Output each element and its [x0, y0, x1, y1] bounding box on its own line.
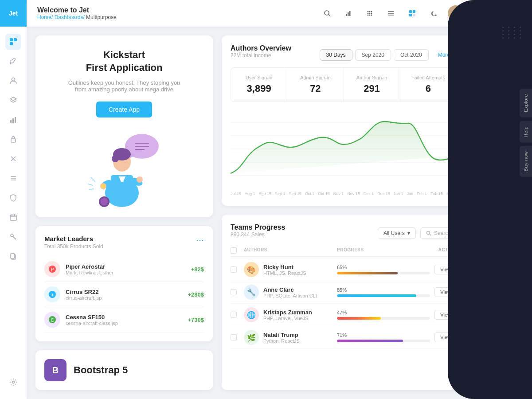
header: Welcome to Jet Home/ Dashboards/ Multipu…: [27, 0, 474, 27]
svg-rect-14: [10, 215, 16, 220]
market-value-0: +82$: [191, 266, 204, 273]
progress-label-3: 71%: [337, 332, 430, 338]
svg-rect-41: [413, 10, 415, 13]
chart-svg-area: Jul 15 Aug 1 Agu 15 Sep 1 Sep 15 Oct 1 O…: [231, 109, 457, 197]
team-name-1: Anne Clarc: [263, 286, 317, 293]
tab-sep2020[interactable]: Sep 2020: [355, 49, 391, 61]
analytics-icon-btn[interactable]: [341, 6, 356, 20]
svg-rect-27: [349, 11, 351, 16]
bootstrap-banner: B Bootstrap 5: [35, 350, 213, 390]
main-content: Welcome to Jet Home/ Dashboards/ Multipu…: [27, 0, 474, 399]
area-chart: [231, 109, 457, 189]
svg-rect-40: [409, 10, 412, 13]
team-check-2: [231, 312, 244, 318]
svg-point-22: [12, 381, 15, 383]
team-check-3: [231, 334, 244, 340]
team-tech-3: Python, ReactJS: [263, 338, 300, 344]
dark-panel: Explore Help Buy now: [474, 0, 532, 399]
svg-point-23: [325, 11, 329, 15]
kickstart-title: Kickstart First Application: [86, 49, 163, 74]
svg-point-29: [369, 11, 371, 12]
team-check-0: [231, 266, 244, 273]
buy-now-button[interactable]: Buy now: [520, 146, 532, 177]
apps-square-icon-btn[interactable]: [405, 6, 419, 20]
breadcrumb: Home/ Dashboards/ Multipurpose: [37, 14, 320, 20]
team-name-0: Ricky Hunt: [263, 264, 306, 270]
svg-point-64: [101, 198, 108, 205]
svg-point-32: [369, 13, 371, 14]
sidebar-item-user[interactable]: [5, 73, 21, 89]
sidebar-item-chart[interactable]: [5, 112, 21, 128]
sidebar-item-close[interactable]: [5, 151, 21, 167]
team-row-0: 🎨 Ricky Hunt HTML, JS, ReactJS 65% V: [231, 258, 457, 281]
sidebar-item-tool[interactable]: [5, 229, 21, 245]
market-more-icon[interactable]: ⋯: [196, 235, 204, 245]
create-app-button[interactable]: Create App: [96, 102, 152, 117]
market-leaders-subtitle: Total 350k Products Sold: [44, 243, 103, 250]
team-row-3: 🌿 Natali Trump Python, ReactJS 71% V: [231, 326, 457, 349]
team-checkbox-2[interactable]: [231, 312, 237, 318]
market-item-4: C Cessna SF150 cessna-aircraft-class.jsp…: [44, 307, 204, 332]
authors-header: Authors Overview 22M total income 30 Day…: [231, 44, 457, 66]
bootstrap-icon: B: [44, 359, 66, 381]
select-all-checkbox[interactable]: [231, 247, 237, 254]
svg-rect-21: [11, 254, 15, 258]
team-check-1: [231, 289, 244, 295]
tab-30days[interactable]: 30 Days: [320, 49, 352, 61]
team-info-1: Anne Clarc PHP, SQLite, Artisan CLI: [263, 286, 317, 298]
stat-label-0: User Sign-in: [236, 75, 282, 80]
th-authors: Authors: [244, 247, 337, 254]
th-progress: Progress: [337, 247, 430, 254]
team-avatar-0: 🎨: [244, 262, 259, 277]
search-icon-btn[interactable]: [320, 6, 334, 20]
stat-value-2: 291: [349, 83, 395, 94]
breadcrumb-dashboards[interactable]: Dashboards/: [55, 14, 85, 20]
team-checkbox-0[interactable]: [231, 266, 237, 273]
svg-rect-43: [413, 14, 415, 16]
team-avatar-3: 🌿: [244, 330, 259, 345]
team-info-0: Ricky Hunt HTML, JS, ReactJS: [263, 264, 306, 276]
left-column: Kickstart First Application Outlines kee…: [35, 35, 213, 390]
sidebar-logo[interactable]: Jet: [0, 0, 27, 27]
progress-label-2: 47%: [337, 310, 430, 315]
svg-point-61: [137, 176, 143, 183]
sidebar-item-grid[interactable]: [5, 34, 21, 50]
market-value-1: +280$: [188, 291, 204, 298]
svg-point-55: [112, 155, 119, 162]
progress-label-1: 85%: [337, 287, 430, 293]
svg-line-67: [89, 189, 94, 190]
sidebar-item-shield[interactable]: [5, 190, 21, 206]
stat-label-2: Author Sign-in: [349, 75, 395, 80]
svg-rect-6: [12, 118, 14, 123]
sidebar-item-settings[interactable]: [5, 374, 21, 390]
kickstart-card: Kickstart First Application Outlines kee…: [35, 35, 213, 217]
sidebar-item-layers[interactable]: [5, 92, 21, 108]
team-checkbox-1[interactable]: [231, 289, 237, 295]
market-leaders-header: Market Leaders Total 350k Products Sold …: [44, 235, 204, 250]
svg-line-19: [13, 236, 16, 239]
sidebar-item-copy[interactable]: [5, 248, 21, 264]
user-filter-dropdown[interactable]: All Users ▾: [378, 227, 416, 239]
grid-apps-icon-btn[interactable]: [363, 6, 377, 20]
header-title-area: Welcome to Jet Home/ Dashboards/ Multipu…: [37, 6, 320, 20]
svg-point-34: [368, 15, 369, 16]
progress-bg-1: [337, 294, 430, 297]
team-tech-1: PHP, SQLite, Artisan CLI: [263, 293, 317, 298]
authors-card: Authors Overview 22M total income 30 Day…: [222, 35, 466, 206]
breadcrumb-home[interactable]: Home/: [37, 14, 53, 20]
team-checkbox-3[interactable]: [231, 334, 237, 340]
dark-mode-toggle[interactable]: [426, 6, 441, 20]
tab-oct2020[interactable]: Oct 2020: [394, 49, 429, 61]
sidebar-item-brush[interactable]: [5, 53, 21, 69]
sidebar-item-calendar[interactable]: [5, 209, 21, 225]
explore-button[interactable]: Explore: [520, 89, 532, 117]
team-progress-2: 47%: [337, 310, 430, 320]
sidebar-item-list[interactable]: [5, 170, 21, 186]
help-button[interactable]: Help: [520, 121, 532, 143]
svg-rect-42: [409, 14, 412, 16]
sidebar-item-lock[interactable]: [5, 131, 21, 147]
team-row-2: 🌐 Kristaps Zumman PHP, Laravel, VueJS 47…: [231, 304, 457, 326]
menu-icon-btn[interactable]: [384, 6, 398, 20]
sidebar-bottom: [5, 374, 21, 390]
chart-container: 27 30 33 36 39 42: [231, 109, 457, 197]
